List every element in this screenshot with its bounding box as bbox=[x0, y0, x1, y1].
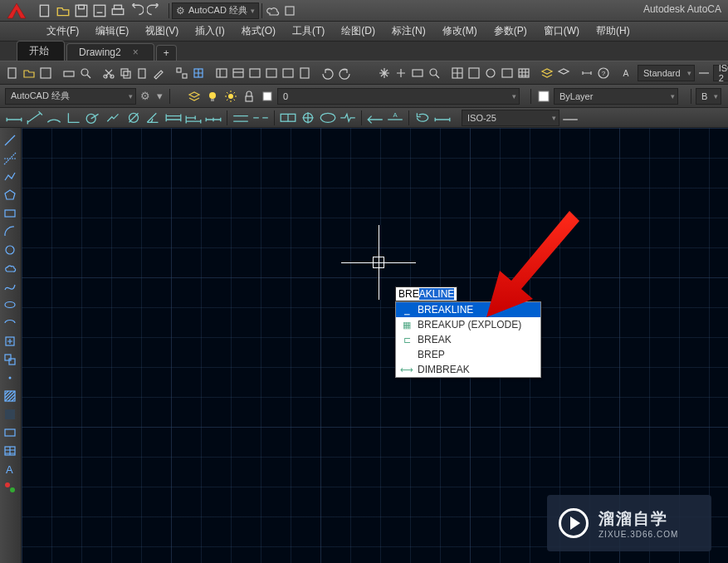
dim-jogged-icon[interactable] bbox=[105, 110, 123, 126]
3dorbit-icon[interactable] bbox=[483, 65, 498, 81]
dim-ordinate-icon[interactable] bbox=[65, 110, 83, 126]
zoom-window-icon[interactable] bbox=[410, 65, 425, 81]
spline-icon[interactable] bbox=[0, 277, 20, 296]
dim-break-icon[interactable] bbox=[252, 110, 270, 126]
dimedit-icon[interactable] bbox=[366, 110, 384, 126]
save-icon[interactable] bbox=[73, 2, 90, 19]
xline-icon[interactable] bbox=[0, 149, 20, 168]
share-icon[interactable] bbox=[281, 2, 298, 19]
open-file-icon[interactable] bbox=[22, 65, 37, 81]
menu-window[interactable]: 窗口(W) bbox=[535, 21, 588, 42]
cloud-icon[interactable] bbox=[265, 2, 281, 19]
copy-icon[interactable] bbox=[118, 65, 133, 81]
ac-item-breakup[interactable]: ▦BREAKUP (EXPLODE) bbox=[396, 317, 540, 332]
polyline-icon[interactable] bbox=[0, 168, 20, 186]
color-combo[interactable]: ByLayer bbox=[554, 88, 678, 105]
dimstyle-current-combo[interactable]: ISO-25 bbox=[462, 110, 559, 126]
tab-add[interactable]: + bbox=[156, 45, 177, 61]
dcenter-icon[interactable] bbox=[214, 65, 229, 81]
dim-space-icon[interactable] bbox=[232, 110, 250, 126]
addselected-icon[interactable] bbox=[0, 478, 20, 497]
menu-params[interactable]: 参数(P) bbox=[486, 21, 535, 42]
insert-icon[interactable] bbox=[191, 65, 206, 81]
table-icon[interactable] bbox=[0, 442, 20, 460]
dim-radius-icon[interactable] bbox=[85, 110, 103, 126]
preview-icon[interactable] bbox=[78, 65, 93, 81]
block-icon[interactable] bbox=[174, 65, 189, 81]
undo2-icon[interactable] bbox=[320, 65, 335, 81]
menu-file[interactable]: 文件(F) bbox=[38, 21, 87, 42]
gradient-icon[interactable] bbox=[0, 405, 20, 423]
sun-icon[interactable] bbox=[222, 88, 239, 105]
textstyle-icon[interactable]: A bbox=[621, 65, 636, 81]
ellipse-arc-icon[interactable] bbox=[0, 314, 20, 332]
ellipse-icon[interactable] bbox=[0, 296, 20, 314]
redo2-icon[interactable] bbox=[337, 65, 352, 81]
line-icon[interactable] bbox=[0, 131, 20, 149]
sheet-icon[interactable] bbox=[264, 65, 279, 81]
color-icon[interactable] bbox=[535, 88, 552, 105]
zoom-prev-icon[interactable] bbox=[427, 65, 442, 81]
menu-insert[interactable]: 插入(I) bbox=[187, 21, 232, 42]
new-file-icon[interactable] bbox=[5, 65, 20, 81]
tolerance-icon[interactable] bbox=[279, 110, 297, 126]
arc-icon[interactable] bbox=[0, 223, 20, 241]
undo-icon[interactable] bbox=[128, 2, 144, 19]
color-swatch-icon[interactable] bbox=[259, 88, 276, 105]
linetype-combo[interactable]: B bbox=[696, 88, 721, 105]
render-icon[interactable] bbox=[500, 65, 515, 81]
menu-dimension[interactable]: 标注(N) bbox=[384, 21, 434, 42]
jogline-icon[interactable] bbox=[339, 110, 357, 126]
calc-icon[interactable] bbox=[297, 65, 312, 81]
dynamic-input[interactable]: BREAKLINE bbox=[395, 286, 457, 301]
bulb-icon[interactable] bbox=[204, 88, 221, 105]
dim-arc-icon[interactable] bbox=[45, 110, 63, 126]
text-style-combo[interactable]: Standard bbox=[638, 65, 695, 81]
dim-linear-icon[interactable] bbox=[5, 110, 23, 126]
paste-icon[interactable] bbox=[134, 65, 149, 81]
menu-draw[interactable]: 绘图(D) bbox=[333, 21, 384, 42]
dim-icon[interactable] bbox=[579, 65, 594, 81]
model-space[interactable]: BREAKLINE ⎯BREAKLINE ▦BREAKUP (EXPLODE) … bbox=[22, 128, 728, 563]
ac-item-break[interactable]: ⊏BREAK bbox=[396, 332, 540, 347]
app-logo[interactable] bbox=[0, 0, 33, 22]
ac-item-breakline[interactable]: ⎯BREAKLINE bbox=[396, 302, 540, 317]
help-icon[interactable]: ? bbox=[596, 65, 611, 81]
menu-format[interactable]: 格式(O) bbox=[233, 21, 284, 42]
save-file-icon[interactable] bbox=[38, 65, 53, 81]
circle-icon[interactable] bbox=[0, 241, 20, 259]
dim-aligned-icon[interactable] bbox=[25, 110, 43, 126]
mtext-icon[interactable]: A bbox=[0, 460, 20, 478]
region-icon[interactable] bbox=[0, 423, 20, 442]
tab-drawing[interactable]: Drawing2× bbox=[66, 43, 154, 61]
revcloud-icon[interactable] bbox=[0, 259, 20, 277]
dim-quick-icon[interactable] bbox=[164, 110, 183, 126]
plot-icon[interactable] bbox=[110, 2, 126, 19]
layer-combo[interactable]: 0 bbox=[277, 88, 520, 105]
close-icon[interactable]: × bbox=[133, 47, 139, 58]
zoom-realtime-icon[interactable] bbox=[393, 65, 408, 81]
menu-edit[interactable]: 编辑(E) bbox=[87, 21, 137, 42]
point-icon[interactable] bbox=[0, 369, 20, 387]
menu-help[interactable]: 帮助(H) bbox=[588, 21, 638, 42]
more-icon[interactable]: ▾ bbox=[154, 90, 165, 102]
new-icon[interactable] bbox=[37, 2, 53, 19]
dim-style-combo[interactable]: ISO-2 bbox=[713, 65, 728, 81]
pan-icon[interactable] bbox=[377, 65, 392, 81]
layers-icon[interactable] bbox=[540, 65, 555, 81]
centermark-icon[interactable] bbox=[299, 110, 317, 126]
laycur-icon[interactable] bbox=[556, 65, 571, 81]
insert-block-icon[interactable] bbox=[0, 332, 20, 350]
workspace-selector[interactable]: ⚙ AutoCAD 经典 ▾ bbox=[172, 2, 259, 19]
menu-view[interactable]: 视图(V) bbox=[137, 21, 187, 42]
layer-manager-icon[interactable] bbox=[186, 88, 203, 105]
ac-item-brep[interactable]: BREP bbox=[396, 347, 540, 362]
dim-diameter-icon[interactable] bbox=[125, 110, 143, 126]
redo-icon[interactable] bbox=[146, 2, 163, 19]
dimstyle-icon[interactable] bbox=[696, 65, 711, 81]
dimupdate-icon[interactable] bbox=[413, 110, 432, 126]
props-icon[interactable] bbox=[231, 65, 246, 81]
dimtedit-icon[interactable]: A bbox=[386, 110, 404, 126]
rectangle-icon[interactable] bbox=[0, 204, 20, 223]
hatch-icon[interactable] bbox=[0, 387, 20, 405]
